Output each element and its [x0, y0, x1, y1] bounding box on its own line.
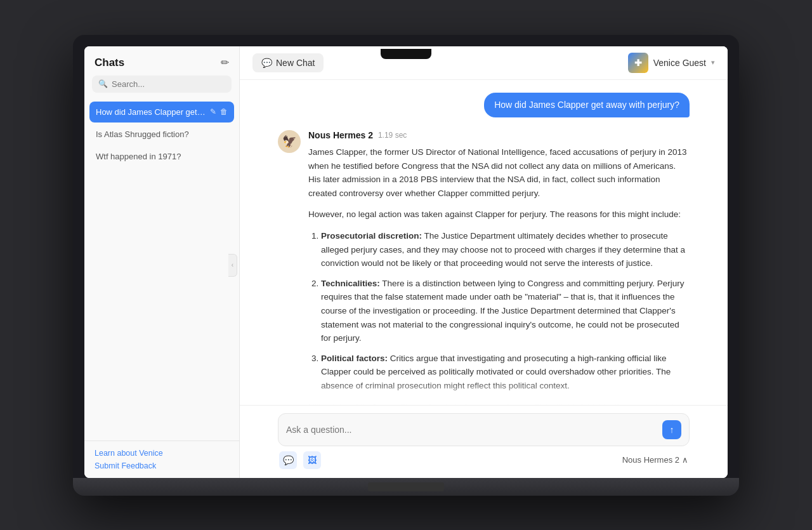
submit-feedback-link[interactable]: Submit Feedback: [95, 461, 229, 470]
list-item-body: There is a distinction between lying to …: [321, 279, 684, 343]
user-bubble: How did James Clapper get away with perj…: [484, 93, 690, 118]
list-item: Political factors: Critics argue that in…: [321, 352, 690, 393]
collapse-sidebar-tab[interactable]: ‹: [228, 254, 237, 277]
list-item: Technicalities: There is a distinction b…: [321, 277, 690, 345]
avatar: ✚: [628, 53, 648, 73]
input-footer: 💬 🖼 Nous Hermes 2 ∧: [278, 446, 690, 472]
send-button[interactable]: ↑: [662, 420, 681, 439]
ai-paragraph-2: However, no legal action was taken again…: [308, 208, 690, 222]
user-info[interactable]: ✚ Venice Guest ▾: [628, 53, 715, 73]
model-name: Nous Hermes 2: [622, 455, 679, 465]
input-bar: ↑: [278, 413, 690, 446]
ai-content: Nous Hermes 2 1.19 sec James Clapper, th…: [308, 130, 690, 404]
input-area: ↑ 💬 🖼 Nous Hermes 2 ∧: [240, 405, 728, 478]
user-message-wrap: How did James Clapper get away with perj…: [278, 93, 690, 118]
sidebar-title: Chats: [95, 56, 124, 69]
ai-closing: Ultimately, while James Clapper's admiss…: [308, 401, 690, 405]
ask-input[interactable]: [286, 425, 657, 435]
ai-time: 1.19 sec: [378, 131, 407, 140]
sidebar-footer: Learn about Venice Submit Feedback: [84, 441, 239, 478]
chat-item-active[interactable]: How did James Clapper get a... ✎ 🗑: [89, 102, 234, 123]
list-item: Prosecutorial discretion: The Justice De…: [321, 229, 690, 270]
ai-paragraph-1: James Clapper, the former US Director of…: [308, 145, 690, 200]
messages-area: How did James Clapper get away with perj…: [240, 80, 728, 405]
model-chevron-icon: ∧: [682, 455, 688, 465]
chat-mode-icon[interactable]: 💬: [279, 451, 297, 469]
chat-area: 💬 New Chat ✚ Venice Guest ▾: [240, 46, 728, 478]
chat-list: How did James Clapper get a... ✎ 🗑 Is At…: [84, 99, 239, 441]
user-name: Venice Guest: [653, 58, 706, 68]
new-chat-button[interactable]: 💬 New Chat: [252, 53, 324, 72]
list-item[interactable]: Wtf happened in 1971?: [89, 146, 234, 167]
ai-text: James Clapper, the former US Director of…: [308, 145, 690, 404]
search-input[interactable]: [112, 79, 225, 89]
chat-item-actions: ✎ 🗑: [210, 107, 228, 116]
ai-avatar: 🦅: [278, 130, 301, 153]
search-icon: 🔍: [98, 79, 108, 88]
list-item-title: Prosecutorial discretion:: [321, 231, 422, 241]
send-icon: ↑: [670, 425, 674, 435]
search-bar[interactable]: 🔍: [92, 76, 232, 93]
ai-message: 🦅 Nous Hermes 2 1.19 sec James Clapper, …: [278, 130, 690, 404]
sidebar: Chats ✏ 🔍 How did James Clapper get a...…: [84, 46, 240, 478]
new-chat-icon[interactable]: ✏: [221, 56, 229, 69]
list-item[interactable]: Is Atlas Shrugged fiction?: [89, 124, 234, 145]
learn-about-link[interactable]: Learn about Venice: [95, 449, 229, 458]
new-chat-label: New Chat: [276, 58, 315, 68]
input-footer-left: 💬 🖼: [279, 451, 321, 469]
chevron-down-icon: ▾: [711, 58, 715, 67]
list-item-title: Technicalities:: [321, 279, 380, 288]
delete-icon[interactable]: 🗑: [220, 107, 228, 116]
chat-item-label: How did James Clapper get a...: [96, 107, 206, 117]
ai-list: Prosecutorial discretion: The Justice De…: [308, 229, 690, 393]
ai-name: Nous Hermes 2: [308, 130, 373, 140]
edit-icon[interactable]: ✎: [210, 107, 216, 116]
sidebar-header: Chats ✏: [84, 46, 239, 76]
ai-header: Nous Hermes 2 1.19 sec: [308, 130, 690, 140]
chat-top-bar: 💬 New Chat ✚ Venice Guest ▾: [240, 46, 728, 80]
chat-bubble-icon: 💬: [261, 58, 272, 68]
image-mode-icon[interactable]: 🖼: [303, 451, 321, 469]
list-item-title: Political factors:: [321, 354, 388, 363]
model-selector[interactable]: Nous Hermes 2 ∧: [622, 455, 688, 465]
